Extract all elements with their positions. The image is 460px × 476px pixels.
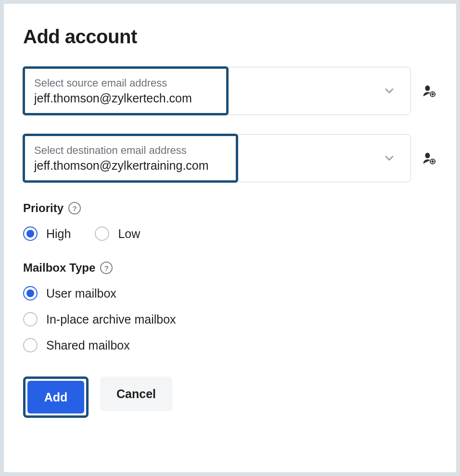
mailbox-shared-option[interactable]: Shared mailbox (23, 338, 437, 352)
destination-row: Select destination email address jeff.th… (23, 134, 437, 182)
help-icon[interactable]: ? (68, 202, 81, 214)
help-icon[interactable]: ? (100, 262, 113, 274)
priority-label: Priority (23, 201, 64, 215)
radio-selected-icon (23, 226, 38, 241)
mailbox-user-label: User mailbox (46, 287, 116, 301)
source-content: Select source email address jeff.thomson… (24, 69, 378, 113)
destination-label: Select destination email address (34, 144, 367, 157)
mailbox-label-row: Mailbox Type ? (23, 261, 437, 275)
radio-icon (95, 226, 109, 241)
chevron-down-icon (378, 151, 410, 165)
action-buttons: Add Cancel (23, 376, 437, 418)
mailbox-type-section: Mailbox Type ? User mailbox In-place arc… (23, 261, 437, 352)
radio-selected-icon (23, 286, 38, 301)
radio-icon (23, 312, 38, 326)
chevron-down-icon (378, 84, 410, 98)
mailbox-archive-option[interactable]: In-place archive mailbox (23, 312, 437, 326)
priority-label-row: Priority ? (23, 201, 437, 215)
priority-high-label: High (46, 227, 71, 241)
priority-high-option[interactable]: High (23, 226, 71, 241)
add-button[interactable]: Add (27, 381, 84, 413)
mailbox-label: Mailbox Type (23, 261, 95, 275)
destination-value: jeff.thomson@zylkertraining.com (34, 159, 367, 173)
mailbox-shared-label: Shared mailbox (46, 338, 130, 352)
mailbox-options: User mailbox In-place archive mailbox Sh… (23, 286, 437, 352)
add-account-panel: Add account Select source email address … (4, 4, 456, 472)
source-label: Select source email address (34, 77, 367, 89)
mailbox-archive-label: In-place archive mailbox (46, 313, 176, 326)
mailbox-user-option[interactable]: User mailbox (23, 286, 437, 301)
source-value: jeff.thomson@zylkertech.com (34, 91, 367, 105)
add-button-highlight: Add (23, 376, 89, 418)
radio-icon (23, 338, 38, 352)
add-person-destination-button[interactable] (421, 150, 437, 166)
cancel-button[interactable]: Cancel (100, 376, 172, 411)
destination-email-dropdown[interactable]: Select destination email address jeff.th… (23, 134, 411, 182)
priority-low-option[interactable]: Low (95, 226, 140, 241)
priority-options: High Low (23, 226, 437, 241)
priority-section: Priority ? High Low (23, 201, 437, 241)
destination-content: Select destination email address jeff.th… (24, 137, 378, 180)
source-row: Select source email address jeff.thomson… (23, 67, 437, 115)
page-title: Add account (23, 26, 437, 48)
source-email-dropdown[interactable]: Select source email address jeff.thomson… (23, 67, 411, 115)
priority-low-label: Low (118, 227, 140, 241)
add-person-source-button[interactable] (421, 83, 437, 99)
